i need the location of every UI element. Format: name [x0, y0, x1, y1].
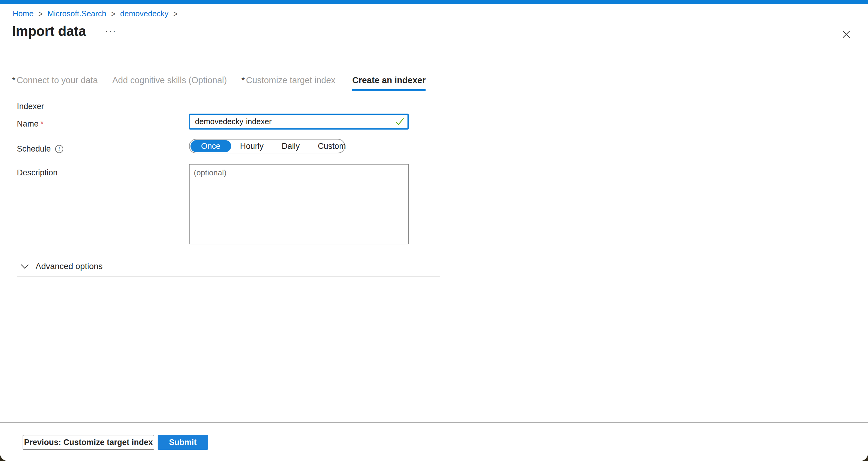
breadcrumb-link-microsoft-search[interactable]: Microsoft.Search — [47, 9, 106, 19]
advanced-options-label: Advanced options — [36, 262, 103, 271]
more-options-icon[interactable]: ··· — [105, 26, 117, 36]
azure-top-bar — [0, 0, 868, 4]
schedule-field-label: Schedule i — [17, 144, 63, 154]
schedule-option-daily[interactable]: Daily — [273, 142, 309, 151]
schedule-option-once[interactable]: Once — [190, 140, 231, 152]
divider — [17, 276, 440, 277]
breadcrumb: Home > Microsoft.Search > demovedecky > — [13, 9, 178, 19]
chevron-right-icon: > — [173, 8, 178, 19]
schedule-segmented-control: Once Hourly Daily Custom — [189, 139, 345, 153]
name-field-wrap — [189, 114, 409, 129]
tab-customize-target-index[interactable]: *Customize target index — [241, 75, 336, 91]
required-asterisk: * — [40, 119, 44, 128]
breadcrumb-link-home[interactable]: Home — [13, 9, 33, 19]
wizard-tabs: *Connect to your data Add cognitive skil… — [12, 75, 426, 91]
submit-button[interactable]: Submit — [158, 435, 208, 450]
indexer-section-label: Indexer — [17, 102, 44, 111]
advanced-options-toggle[interactable]: Advanced options — [21, 260, 103, 273]
chevron-right-icon: > — [38, 8, 42, 19]
schedule-option-custom[interactable]: Custom — [309, 142, 355, 151]
validation-check-icon — [395, 117, 404, 127]
page-title: Import data — [12, 23, 86, 39]
footer-divider — [0, 422, 868, 423]
tab-create-an-indexer[interactable]: Create an indexer — [352, 75, 426, 91]
schedule-option-hourly[interactable]: Hourly — [231, 142, 273, 151]
divider — [17, 254, 440, 254]
description-textarea[interactable] — [189, 164, 409, 244]
tab-connect-to-your-data[interactable]: *Connect to your data — [12, 75, 98, 91]
breadcrumb-link-demovedecky[interactable]: demovedecky — [120, 9, 168, 19]
chevron-right-icon: > — [111, 8, 115, 19]
chevron-down-icon — [21, 264, 29, 269]
import-data-panel: Home > Microsoft.Search > demovedecky > … — [0, 0, 868, 461]
description-field-label: Description — [17, 168, 58, 178]
indexer-name-input[interactable] — [189, 114, 409, 129]
close-icon[interactable] — [841, 29, 852, 40]
name-field-label: Name* — [17, 119, 44, 129]
previous-step-button[interactable]: Previous: Customize target index — [23, 435, 154, 450]
info-icon[interactable]: i — [55, 145, 63, 153]
tab-add-cognitive-skills[interactable]: Add cognitive skills (Optional) — [113, 75, 227, 91]
